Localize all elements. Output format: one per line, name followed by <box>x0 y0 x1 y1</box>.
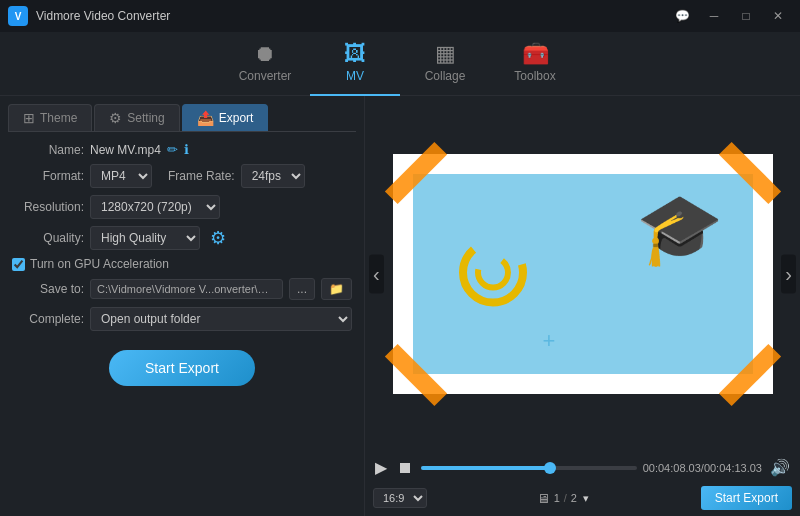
start-export-right-btn[interactable]: Start Export <box>701 486 792 510</box>
sub-tab-theme-label: Theme <box>40 111 77 125</box>
toolbox-icon: 🧰 <box>522 43 549 65</box>
tab-collage[interactable]: ▦ Collage <box>400 32 490 96</box>
gpu-row: Turn on GPU Acceleration <box>12 257 352 271</box>
theme-icon: ⊞ <box>23 110 35 126</box>
start-export-left-btn[interactable]: Start Export <box>109 350 255 386</box>
frame-rate-label: Frame Rate: <box>168 169 235 183</box>
gpu-label: Turn on GPU Acceleration <box>30 257 169 271</box>
save-path: C:\Vidmore\Vidmore V...onverter\MV Expor… <box>90 279 283 299</box>
tab-toolbox-label: Toolbox <box>514 69 555 83</box>
sub-tab-export-label: Export <box>219 111 254 125</box>
complete-row: Complete: Open output folderDo nothingSh… <box>12 307 352 331</box>
name-label: Name: <box>12 143 84 157</box>
progress-bar[interactable] <box>421 466 637 470</box>
tab-converter[interactable]: ⏺ Converter <box>220 32 310 96</box>
page-slash: / <box>564 492 567 504</box>
page-section: 🖥 1 / 2 ▾ <box>537 490 591 507</box>
svg-point-1 <box>478 258 508 288</box>
speech-btn[interactable]: 💬 <box>668 6 696 26</box>
progress-fill <box>421 466 550 470</box>
resolution-label: Resolution: <box>12 200 84 214</box>
main-content: ⊞ Theme ⚙ Setting 📤 Export Name: New MV.… <box>0 96 800 516</box>
frame-rate-section: Frame Rate: 24fps25fps30fps60fps <box>168 164 305 188</box>
time-display: 00:04:08.03/00:04:13.03 <box>643 462 762 474</box>
grad-cap: 🎓 <box>636 194 723 264</box>
format-label: Format: <box>12 169 84 183</box>
quality-row: Quality: High QualityMedium QualityLow Q… <box>12 226 352 250</box>
gpu-checkbox[interactable] <box>12 258 25 271</box>
maximize-btn[interactable]: □ <box>732 6 760 26</box>
export-btn-wrap: Start Export <box>12 350 352 386</box>
edit-icon[interactable]: ✏ <box>167 142 178 157</box>
quality-select[interactable]: High QualityMedium QualityLow Quality <box>90 226 200 250</box>
plus-bottom: + <box>543 328 556 354</box>
player-row2: 16:94:31:1 🖥 1 / 2 ▾ Start Export <box>365 483 800 516</box>
preview-inner: + + 🎓 <box>413 174 753 374</box>
save-to-row: Save to: C:\Vidmore\Vidmore V...onverter… <box>12 278 352 300</box>
quality-label: Quality: <box>12 231 84 245</box>
play-btn[interactable]: ▶ <box>373 456 389 479</box>
tab-toolbox[interactable]: 🧰 Toolbox <box>490 32 580 96</box>
complete-select[interactable]: Open output folderDo nothingShut down co… <box>90 307 352 331</box>
title-bar: V Vidmore Video Converter 💬 ─ □ ✕ <box>0 0 800 32</box>
tab-collage-label: Collage <box>425 69 466 83</box>
sub-tab-setting-label: Setting <box>127 111 164 125</box>
tab-mv[interactable]: 🖼 MV <box>310 32 400 96</box>
sub-tab-setting[interactable]: ⚙ Setting <box>94 104 179 131</box>
time-current: 00:04:08.03 <box>643 462 701 474</box>
resolution-row: Resolution: 1280x720 (720p)1920x1080 (10… <box>12 195 352 219</box>
app-title: Vidmore Video Converter <box>36 9 668 23</box>
name-value: New MV.mp4 <box>90 143 161 157</box>
resolution-select[interactable]: 1280x720 (720p)1920x1080 (1080p)640x480 … <box>90 195 220 219</box>
app-logo: V <box>8 6 28 26</box>
sub-tabs: ⊞ Theme ⚙ Setting 📤 Export <box>0 96 364 131</box>
volume-btn[interactable]: 🔊 <box>768 456 792 479</box>
converter-icon: ⏺ <box>254 43 276 65</box>
right-panel: ‹ + + <box>365 96 800 516</box>
browse-btn[interactable]: ... <box>289 278 315 300</box>
stop-btn[interactable]: ⏹ <box>395 457 415 479</box>
open-folder-btn[interactable]: 📁 <box>321 278 352 300</box>
vidmore-swirl <box>453 233 533 316</box>
nav-tabs: ⏺ Converter 🖼 MV ▦ Collage 🧰 Toolbox <box>0 32 800 96</box>
quality-settings-icon[interactable]: ⚙ <box>210 227 226 249</box>
left-panel: ⊞ Theme ⚙ Setting 📤 Export Name: New MV.… <box>0 96 365 516</box>
tab-converter-label: Converter <box>239 69 292 83</box>
window-controls: 💬 ─ □ ✕ <box>668 6 792 26</box>
svg-point-0 <box>463 243 523 303</box>
logo-text: V <box>15 11 22 22</box>
mv-icon: 🖼 <box>344 43 366 65</box>
time-total: 00:04:13.03 <box>704 462 762 474</box>
aspect-select[interactable]: 16:94:31:1 <box>373 488 427 508</box>
tab-mv-label: MV <box>346 69 364 83</box>
save-to-label: Save to: <box>12 282 84 296</box>
name-row: Name: New MV.mp4 ✏ ℹ <box>12 142 352 157</box>
page-icon: 🖥 <box>537 491 550 506</box>
frame-rate-select[interactable]: 24fps25fps30fps60fps <box>241 164 305 188</box>
settings-form: Name: New MV.mp4 ✏ ℹ Format: MP4MOVAVIMK… <box>0 132 364 516</box>
page-dropdown-btn[interactable]: ▾ <box>581 490 591 507</box>
format-select[interactable]: MP4MOVAVIMKV <box>90 164 152 188</box>
player-controls: ▶ ⏹ 00:04:08.03/00:04:13.03 🔊 <box>365 452 800 483</box>
format-row: Format: MP4MOVAVIMKV Frame Rate: 24fps25… <box>12 164 352 188</box>
setting-icon: ⚙ <box>109 110 122 126</box>
preview-frame: + + 🎓 <box>393 154 773 394</box>
preview-area: ‹ + + <box>365 96 800 452</box>
collage-icon: ▦ <box>435 43 456 65</box>
minimize-btn[interactable]: ─ <box>700 6 728 26</box>
close-btn[interactable]: ✕ <box>764 6 792 26</box>
sub-tab-theme[interactable]: ⊞ Theme <box>8 104 92 131</box>
page-total: 2 <box>571 492 577 504</box>
page-current: 1 <box>554 492 560 504</box>
export-tab-icon: 📤 <box>197 110 214 126</box>
progress-thumb <box>544 462 556 474</box>
next-btn[interactable]: › <box>781 255 796 294</box>
sub-tab-export[interactable]: 📤 Export <box>182 104 269 131</box>
info-icon[interactable]: ℹ <box>184 142 189 157</box>
aspect-section: 16:94:31:1 <box>373 488 427 508</box>
complete-label: Complete: <box>12 312 84 326</box>
prev-btn[interactable]: ‹ <box>369 255 384 294</box>
gpu-checkbox-label[interactable]: Turn on GPU Acceleration <box>12 257 169 271</box>
